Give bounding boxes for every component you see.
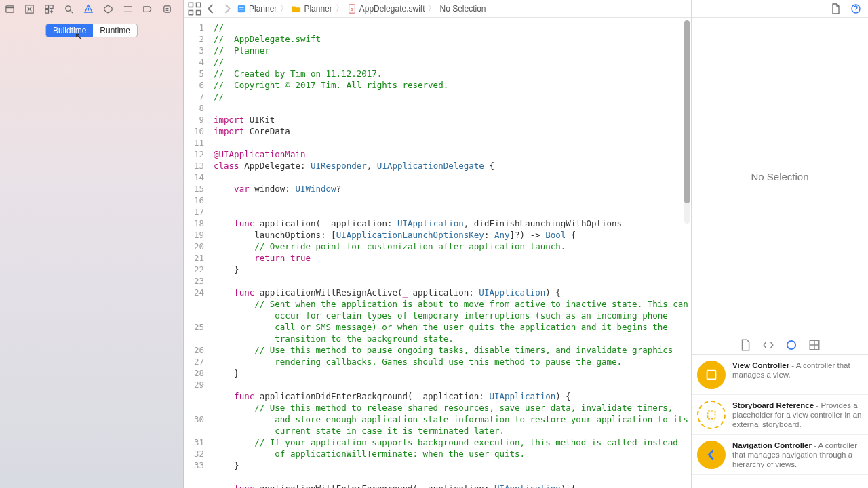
quick-help-icon[interactable]	[850, 3, 861, 14]
breakpoint-navigator-icon[interactable]	[142, 3, 153, 14]
file-template-library-icon[interactable]	[739, 339, 751, 351]
svg-rect-0	[5, 5, 13, 12]
code-content[interactable]: // // AppDelegate.swift // Planner // //…	[210, 18, 691, 488]
library-item-view-controller[interactable]: View Controller - A controller that mana…	[692, 355, 868, 395]
svg-rect-8	[197, 3, 201, 7]
breadcrumb-project[interactable]: Planner	[237, 4, 277, 14]
svg-rect-12	[239, 7, 244, 7]
report-navigator-icon[interactable]	[161, 3, 172, 14]
inspector-panel: No Selection View Controller - A control…	[692, 0, 868, 488]
svg-point-17	[787, 341, 795, 349]
library-item-title: Storyboard Reference	[732, 401, 814, 409]
breadcrumb-file-label: AppDelegate.swift	[359, 4, 425, 14]
library-tab-bar	[692, 335, 868, 355]
navigation-controller-icon	[697, 441, 726, 469]
svg-rect-20	[708, 411, 715, 419]
editor-scrollbar[interactable]	[684, 20, 690, 224]
svg-point-5	[65, 5, 71, 11]
navigator-panel: Buildtime Runtime ↖	[0, 0, 184, 488]
find-navigator-icon[interactable]	[63, 3, 74, 14]
library-item-storyboard-reference[interactable]: Storyboard Reference - Provides a placeh…	[692, 395, 868, 435]
library-item-title: View Controller	[732, 361, 789, 369]
breadcrumb-project-label: Planner	[249, 4, 277, 14]
view-controller-icon	[697, 361, 726, 389]
editor-area: Planner 〉 Planner 〉 s AppDelegate.swift …	[184, 0, 692, 488]
breadcrumb-selection[interactable]: No Selection	[439, 4, 486, 14]
breadcrumb-selection-label: No Selection	[439, 4, 486, 14]
svg-text:s: s	[351, 6, 353, 11]
file-inspector-icon[interactable]	[830, 3, 841, 14]
issue-filter-segmented: Buildtime Runtime	[45, 24, 138, 37]
object-library-icon[interactable]	[785, 339, 797, 351]
object-library-list[interactable]: View Controller - A controller that mana…	[692, 355, 868, 488]
symbol-navigator-icon[interactable]	[43, 3, 54, 14]
svg-rect-2	[45, 5, 48, 8]
code-editor[interactable]: 123456789101112131415161718192021222324 …	[184, 18, 691, 488]
source-control-navigator-icon[interactable]	[24, 3, 35, 14]
svg-rect-19	[707, 371, 716, 380]
inspector-empty-label: No Selection	[751, 171, 808, 182]
breadcrumb-group-label: Planner	[304, 4, 332, 14]
library-item-title: Navigation Controller	[732, 441, 812, 449]
media-library-icon[interactable]	[808, 339, 821, 351]
svg-rect-9	[189, 10, 193, 14]
inspector-empty-state: No Selection	[692, 18, 868, 335]
test-navigator-icon[interactable]	[102, 3, 113, 14]
inspector-tab-bar	[692, 0, 868, 18]
svg-rect-3	[50, 5, 53, 8]
breadcrumb-file[interactable]: s AppDelegate.swift	[347, 4, 425, 14]
code-snippet-library-icon[interactable]	[762, 339, 774, 351]
line-gutter: 123456789101112131415161718192021222324 …	[184, 18, 210, 488]
jump-bar: Planner 〉 Planner 〉 s AppDelegate.swift …	[184, 0, 691, 18]
nav-back-icon[interactable]	[204, 2, 218, 16]
svg-rect-7	[189, 3, 193, 7]
svg-rect-10	[197, 10, 201, 14]
svg-rect-6	[163, 5, 170, 12]
runtime-tab[interactable]: Runtime	[93, 24, 137, 37]
svg-rect-4	[45, 9, 48, 13]
related-items-icon[interactable]	[188, 2, 201, 16]
nav-forward-icon[interactable]	[220, 2, 234, 16]
breadcrumb-group[interactable]: Planner	[292, 4, 332, 14]
buildtime-tab[interactable]: Buildtime	[46, 24, 93, 37]
library-item-navigation-controller[interactable]: Navigation Controller - A controller tha…	[692, 435, 868, 475]
svg-rect-13	[239, 9, 244, 9]
project-navigator-icon[interactable]	[4, 3, 15, 14]
debug-navigator-icon[interactable]	[122, 3, 133, 14]
issue-navigator-icon[interactable]	[83, 3, 94, 14]
navigator-tab-bar	[0, 0, 183, 18]
storyboard-reference-icon	[697, 401, 726, 429]
